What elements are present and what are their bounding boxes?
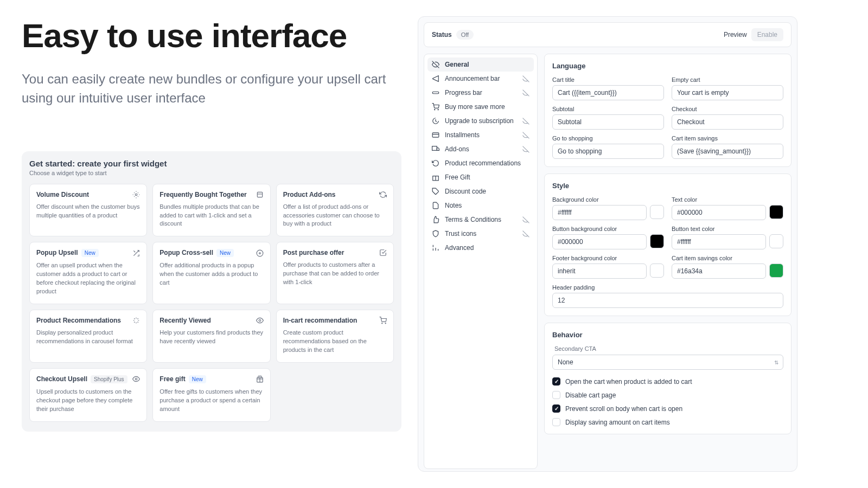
widget-volume-discount[interactable]: Volume Discount Offer discount when the … [29,184,147,237]
widget-title: Popup Upsell [36,249,78,256]
widget-title: Free gift [159,375,185,383]
nav-trust[interactable]: Trust icons [427,227,534,241]
checkbox-label: Open the cart when product is added to c… [565,378,692,386]
widget-desc: Help your customers find products they h… [159,329,263,346]
text-color-input[interactable] [672,205,766,220]
footer-color-input[interactable] [552,264,647,279]
svg-marker-22 [437,148,439,151]
btnbg-color-input[interactable] [552,234,647,249]
widget-post-purchase[interactable]: Post purchase offer Offer products to cu… [276,242,394,304]
color-swatch[interactable] [650,264,664,278]
checkbox-prevent-scroll[interactable] [552,404,560,413]
tag-icon [432,188,439,195]
widget-desc: Offer discount when the customer buys mu… [36,203,140,220]
nav-announcement[interactable]: Announcement bar [427,72,534,86]
cart-title-input[interactable] [552,85,664,100]
nav-notes[interactable]: Notes [427,198,534,213]
nav-upgrade[interactable]: Upgrade to subscription [427,114,534,128]
widget-panel: Get started: create your first widget Ch… [22,151,401,432]
color-swatch[interactable] [650,234,664,248]
nav-terms[interactable]: Terms & Conditions [427,213,534,227]
nav-productrec[interactable]: Product recommendations [427,156,534,170]
style-section: Style Background color Text color Button… [544,174,792,316]
widget-free-gift[interactable]: Free giftNew Offer free gifts to custome… [152,368,270,422]
nav-discount[interactable]: Discount code [427,184,534,198]
svg-point-15 [435,110,435,110]
widget-popup-crosssell[interactable]: Popup Cross-sellNew Offer additional pro… [152,242,270,304]
btntxt-color-input[interactable] [672,234,766,249]
widget-incart-rec[interactable]: In-cart recommendation Create custom pro… [276,310,394,363]
widget-desc: Bundles multiple products that can be ad… [159,203,263,229]
field-label: Button background color [552,226,664,232]
checkout-input[interactable] [672,114,783,130]
nav-installments[interactable]: Installments [427,128,534,142]
color-swatch[interactable] [769,264,783,278]
color-swatch[interactable] [650,205,664,219]
enable-button[interactable]: Enable [751,28,783,41]
checkbox-disable-cart[interactable] [552,391,560,399]
svg-point-0 [136,194,138,196]
field-label: Header padding [552,284,783,291]
section-title: Language [552,62,783,70]
eye-icon [256,317,264,324]
checkbox-display-saving[interactable] [552,418,560,426]
svg-rect-13 [432,92,439,94]
preview-button[interactable]: Preview [724,28,747,41]
widget-title: Recently Viewed [159,317,211,324]
widget-desc: Create custom product recommendations ba… [283,329,387,355]
plus-circle-icon [256,249,264,257]
secondary-cta-select[interactable] [552,355,783,370]
color-swatch[interactable] [769,234,783,248]
savings-input[interactable] [672,144,783,159]
padding-input[interactable] [552,293,783,308]
plus-badge: Shopify Plus [91,375,127,383]
nav-addons[interactable]: Add-ons [427,142,534,156]
nav-progress[interactable]: Progress bar [427,86,534,100]
refresh-icon [379,191,387,198]
hero-title: Easy to use interface [22,16,401,55]
subtotal-input[interactable] [552,114,664,130]
svg-point-6 [259,319,261,322]
progress-icon [432,89,439,97]
widget-title: Volume Discount [36,191,89,198]
widget-title: Checkout Upsell [36,375,87,383]
checkbox-open-cart[interactable] [552,377,560,386]
nav-general[interactable]: General [427,57,534,72]
widget-recommendations[interactable]: Product Recommendations Display personal… [29,310,147,363]
savings-color-input[interactable] [672,264,766,279]
hidden-icon [522,75,529,82]
nav-advanced[interactable]: Advanced [427,241,534,255]
nav-buymore[interactable]: Buy more save more [427,100,534,114]
field-label: Text color [672,196,783,203]
field-label: Footer background color [552,255,664,261]
svg-point-7 [382,323,382,324]
nav-freegift[interactable]: Free Gift [427,170,534,184]
widget-desc: Offer additional products in a popup whe… [159,261,263,287]
note-icon [432,202,439,209]
cart-icon [379,317,387,324]
behavior-section: Behavior Secondary CTA Open the cart whe… [544,323,792,434]
svg-rect-1 [257,192,262,197]
goto-input[interactable] [552,144,664,159]
widget-desc: Offer a list of product add-ons or acces… [283,203,387,229]
widget-desc: Offer products to customers after a purc… [283,261,387,287]
widget-desc: Upsell products to customers on the chec… [36,388,140,414]
field-label: Cart item savings [672,135,783,142]
widget-addons[interactable]: Product Add-ons Offer a list of product … [276,184,394,237]
hidden-icon [522,89,529,97]
layers-icon [256,191,264,198]
widget-popup-upsell[interactable]: Popup UpsellNew Offer an upsell product … [29,242,147,304]
config-header: Status Off Preview Enable [424,22,792,47]
bg-color-input[interactable] [552,205,647,220]
widget-checkout-upsell[interactable]: Checkout UpsellShopify Plus Upsell produ… [29,368,147,422]
color-swatch[interactable] [769,205,783,219]
widget-recently-viewed[interactable]: Recently Viewed Help your customers find… [152,310,270,363]
svg-rect-21 [432,146,437,151]
svg-rect-18 [432,133,439,137]
empty-cart-input[interactable] [672,85,783,100]
new-badge: New [189,375,206,383]
widget-fbt[interactable]: Frequently Bought Together Bundles multi… [152,184,270,237]
field-label: Button text color [672,226,783,232]
language-section: Language Cart title Empty cart Subtotal … [544,54,792,167]
subscription-icon [432,117,439,125]
